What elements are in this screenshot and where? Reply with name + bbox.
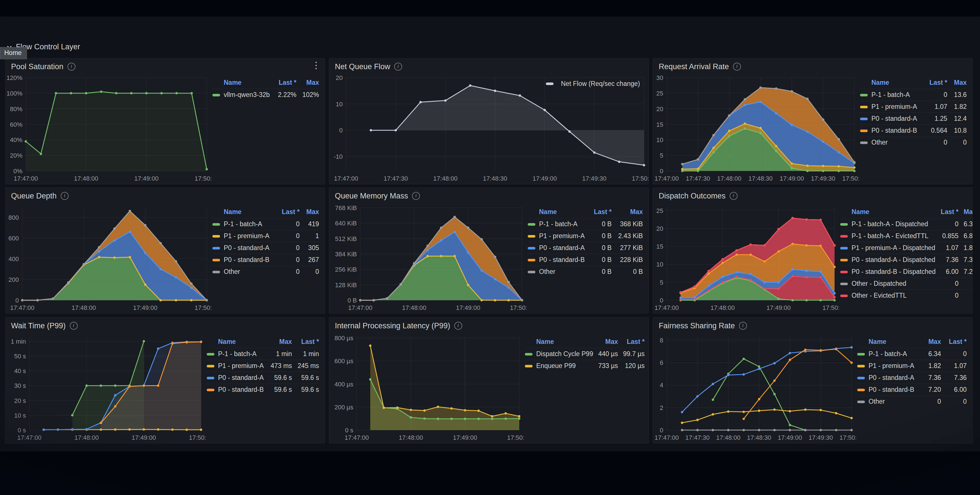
legend-series-name[interactable]: P0 - standard-A - Dispatched (840, 254, 936, 266)
legend-column-header[interactable]: Max (300, 206, 319, 218)
legend-series-name[interactable]: Other - Dispatched (840, 278, 936, 290)
chart-internal-processing-latency[interactable]: 17:47:0017:48:0017:49:0017:50:000 s200 µ… (329, 332, 524, 443)
panel-title[interactable]: Wait Time (P99) (11, 322, 66, 330)
net-flow-legend[interactable]: Net Flow (Req/sec change) (546, 80, 640, 88)
panel-header[interactable]: Request Arrival Rate i (653, 58, 972, 73)
panel-header[interactable]: Wait Time (P99) i (5, 318, 325, 332)
legend-column-header[interactable]: Name (212, 206, 275, 218)
info-icon[interactable]: i (739, 322, 747, 330)
legend-column-header[interactable]: Last * (922, 77, 947, 89)
legend-column-header[interactable]: Last * (587, 206, 612, 218)
chart-net-queue-flow[interactable]: 17:47:0017:47:3017:48:0017:48:3017:49:00… (329, 73, 649, 184)
panel-title[interactable]: Pool Saturation (11, 62, 64, 71)
panel-header[interactable]: Fairness Sharing Rate i (653, 318, 972, 332)
chart-fairness-sharing-rate[interactable]: 17:47:0017:47:3017:48:0017:48:3017:49:00… (653, 332, 856, 443)
legend-series-name[interactable]: P0 - standard-B (860, 125, 922, 137)
chart-dispatch-outcomes[interactable]: 17:47:0017:48:0017:49:0017:50:0005101520… (653, 202, 839, 313)
legend-series-name[interactable]: P-1 - batch-A (207, 348, 265, 360)
legend-series-name[interactable]: P0 - standard-B (528, 254, 587, 266)
panel-title[interactable]: Internal Processing Latency (P99) (335, 322, 450, 330)
legend-column-header[interactable]: Max (265, 336, 292, 348)
legend-column-header[interactable]: Name (212, 77, 272, 89)
panel-header[interactable]: Internal Processing Latency (P99) i (329, 318, 649, 332)
legend-column-header[interactable]: Name (857, 336, 921, 348)
legend-series-name[interactable]: P0 - standard-A (860, 113, 922, 125)
legend-series-name[interactable]: P-1 - batch-A - Dispatched (840, 218, 936, 230)
legend-series-name[interactable]: Dispatch Cycle P99 (525, 348, 593, 360)
panel-header[interactable]: Pool Saturation i ⋮ (5, 58, 325, 73)
legend-series-name[interactable]: Other - EvictedTTL (840, 290, 936, 302)
legend-series-name[interactable]: vllm-qwen3-32b (212, 89, 272, 101)
legend-series-name[interactable]: P1 - premium-A (207, 360, 265, 372)
legend-series-name[interactable]: P1 - premium-A (528, 230, 587, 242)
info-icon[interactable]: i (61, 192, 68, 200)
legend-series-name[interactable]: P1 - premium-A - Dispatched (840, 242, 936, 254)
legend-series-name[interactable]: P0 - standard-B (857, 384, 921, 396)
legend-column-header[interactable]: Last * (292, 336, 319, 348)
home-breadcrumb[interactable]: Home (0, 47, 27, 59)
info-icon[interactable]: i (394, 63, 402, 71)
info-icon[interactable]: i (730, 192, 738, 200)
legend-series-name[interactable]: P0 - standard-A (528, 242, 587, 254)
chart-wait-time-p99[interactable]: 17:47:0017:48:0017:49:0017:50:000 s10 s2… (5, 332, 205, 443)
legend-series-name[interactable]: P0 - standard-A (212, 242, 275, 254)
legend-series-name[interactable]: P0 - standard-A (857, 372, 921, 384)
legend-series-name[interactable]: Other (860, 137, 922, 148)
info-icon[interactable]: i (454, 322, 462, 330)
legend-series-name[interactable]: P1 - premium-A (857, 360, 921, 372)
info-icon[interactable]: i (412, 192, 420, 200)
info-icon[interactable]: i (733, 63, 741, 71)
svg-text:20: 20 (336, 74, 342, 81)
chart-pool-saturation[interactable]: 17:47:0017:48:0017:49:0017:50:000%20%40%… (5, 73, 211, 184)
legend-column-header[interactable]: Name (525, 336, 593, 348)
legend-series-name[interactable]: P-1 - batch-A - EvictedTTL (840, 230, 936, 242)
info-icon[interactable]: i (67, 63, 75, 71)
chart-queue-depth[interactable]: 17:47:0017:48:0017:49:0017:50:0002004006… (5, 202, 211, 313)
panel-menu-icon[interactable]: ⋮ (312, 60, 321, 70)
legend-series-name[interactable]: P0 - standard-B (212, 254, 275, 266)
legend-column-header[interactable]: Name (528, 206, 587, 218)
panel-title[interactable]: Fairness Sharing Rate (659, 322, 735, 330)
panel-header[interactable]: Queue Depth i (5, 188, 325, 202)
panel-title[interactable]: Request Arrival Rate (659, 62, 729, 71)
legend-series-name[interactable]: Other (857, 396, 921, 407)
legend-series-name[interactable]: P-1 - batch-A (212, 218, 275, 230)
legend-series-name[interactable]: P-1 - batch-A (857, 348, 921, 360)
legend-column-header[interactable]: Max (947, 77, 967, 89)
legend-column-header[interactable]: Last * (618, 336, 644, 348)
legend-series-name[interactable]: P1 - premium-A (860, 101, 922, 113)
panel-title[interactable]: Net Queue Flow (335, 62, 390, 71)
legend-column-header[interactable]: Max (958, 206, 972, 218)
legend-column-header[interactable]: Max (612, 206, 643, 218)
panel-header[interactable]: Net Queue Flow i (329, 58, 649, 73)
legend-column-header[interactable]: Last * (275, 206, 299, 218)
legend-series-name[interactable]: P-1 - batch-A (860, 89, 922, 101)
legend-column-header[interactable]: Last * (272, 77, 296, 89)
panel-title[interactable]: Dispatch Outcomes (659, 192, 725, 201)
legend-column-header[interactable]: Name (840, 206, 936, 218)
panel-title[interactable]: Queue Memory Mass (335, 192, 408, 201)
legend-column-header[interactable]: Max (921, 336, 941, 348)
legend-column-header[interactable]: Name (860, 77, 922, 89)
chart-queue-memory-mass[interactable]: 17:47:0017:48:0017:49:0017:50:000 B128 K… (329, 202, 527, 313)
legend-column-header[interactable]: Name (207, 336, 265, 348)
legend-column-header[interactable]: Last * (936, 206, 959, 218)
panel-header[interactable]: Dispatch Outcomes i (653, 188, 972, 202)
legend-column-header[interactable]: Last * (941, 336, 967, 348)
legend-series-name[interactable]: Other (212, 266, 275, 278)
panel-internal-processing-latency-p99: Internal Processing Latency (P99) i 17:4… (329, 317, 649, 443)
legend-series-name[interactable]: Enqueue P99 (525, 360, 593, 372)
legend-series-name[interactable]: P0 - standard-A (207, 372, 265, 384)
legend-column-header[interactable]: Max (593, 336, 618, 348)
panel-title[interactable]: Queue Depth (11, 192, 57, 201)
panel-header[interactable]: Queue Memory Mass i (329, 188, 649, 202)
legend-series-name[interactable]: P0 - standard-B (207, 384, 265, 396)
legend-series-name[interactable]: P1 - premium-A (212, 230, 275, 242)
legend-series-name[interactable]: P-1 - batch-A (528, 218, 587, 230)
legend-series-name[interactable]: Other (528, 266, 587, 278)
legend-column-header[interactable]: Max (296, 77, 319, 89)
legend-series-name[interactable]: P0 - standard-B - Dispatched (840, 266, 936, 278)
chart-request-arrival-rate[interactable]: 17:47:0017:47:3017:48:0017:48:3017:49:00… (653, 73, 859, 184)
svg-text:600 µs: 600 µs (335, 358, 353, 364)
info-icon[interactable]: i (70, 322, 78, 330)
